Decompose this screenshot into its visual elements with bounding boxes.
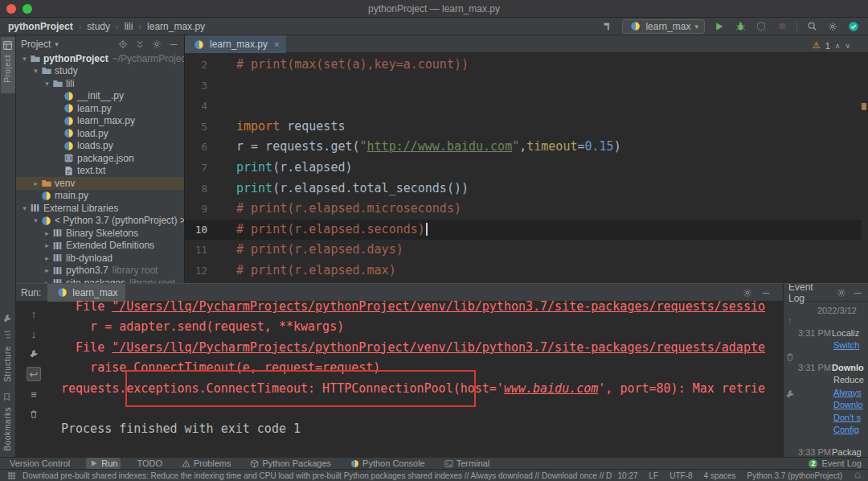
event-link[interactable]: Switch xyxy=(833,339,859,352)
clear-console-icon[interactable] xyxy=(27,407,41,421)
console-link[interactable]: "/Users/llq/PycharmProjects/pythonProjec… xyxy=(112,340,765,355)
status-grid-icon[interactable] xyxy=(6,471,16,480)
code-line-5[interactable]: 5import requests xyxy=(185,117,862,138)
event-log-scroll-up-icon[interactable]: ↑ xyxy=(783,313,797,327)
tree-item-lib-dynload[interactable]: ▸lib-dynload xyxy=(16,252,184,265)
tree-item-lili[interactable]: ▾lili xyxy=(16,77,184,90)
collapse-all-icon[interactable] xyxy=(134,39,145,50)
console-line[interactable]: r = adapter.send(request, **kwargs) xyxy=(61,317,783,337)
console-output[interactable]: File "/Users/llq/PycharmProjects/pythonP… xyxy=(51,297,783,457)
inspection-widget[interactable]: ⚠ 1 ∧ ∨ xyxy=(808,39,855,51)
chevron-open-icon[interactable]: ▾ xyxy=(31,67,41,75)
tree-item-pythonproject[interactable]: ▾pythonProject~/PycharmProjects/p xyxy=(16,52,184,65)
run-button[interactable] xyxy=(713,20,726,33)
sidebar-item-project[interactable]: Project xyxy=(3,55,12,83)
tree-item-site-packages[interactable]: ▸site-packageslibrary root xyxy=(16,277,184,283)
panel-settings-gear-icon[interactable] xyxy=(151,39,162,50)
prev-warning-icon[interactable]: ∧ xyxy=(835,42,841,50)
run-wrench-icon[interactable] xyxy=(27,347,41,361)
project-panel-title[interactable]: Project xyxy=(21,39,51,50)
sidebar-item-structure[interactable]: Structure xyxy=(3,346,12,382)
chevron-closed-icon[interactable]: ▸ xyxy=(42,266,52,274)
next-warning-icon[interactable]: ∨ xyxy=(845,42,850,50)
run-configuration-select[interactable]: learn_max ▾ xyxy=(622,19,705,34)
toolwindow-button-problems[interactable]: Problems xyxy=(178,458,234,469)
console-link[interactable]: "/Users/llq/PycharmProjects/pythonProjec… xyxy=(112,299,765,314)
tree-item-python3-7[interactable]: ▸python3.7library root xyxy=(16,265,184,278)
locate-file-icon[interactable] xyxy=(117,39,129,50)
event-link[interactable]: Downlo xyxy=(833,399,863,412)
console-link[interactable]: www.baidu.com xyxy=(504,381,598,396)
event-link[interactable]: Config xyxy=(833,424,859,437)
tree-item-external-libraries[interactable]: ▾External Libraries xyxy=(16,202,184,215)
console-line[interactable]: Process finished with exit code 1 xyxy=(61,419,783,439)
sidebar-item-bookmarks[interactable]: Bookmarks xyxy=(3,407,12,451)
soft-wrap-icon[interactable]: ↩ xyxy=(27,367,41,381)
breadcrumb-study[interactable]: study xyxy=(87,21,110,32)
breadcrumb-pythonproject[interactable]: pythonProject xyxy=(8,21,73,32)
console-line[interactable]: raise ConnectTimeout(e, request=request) xyxy=(61,358,783,378)
debug-button[interactable] xyxy=(734,20,747,33)
toolwindow-button-version-control[interactable]: Version Control xyxy=(6,458,73,469)
error-stripe-mark[interactable] xyxy=(862,103,866,110)
console-line[interactable]: requests.exceptions.ConnectTimeout: HTTP… xyxy=(61,379,783,399)
code-line-6[interactable]: 6r = requests.get("http://www.baidu.com"… xyxy=(185,137,862,158)
code-line-9[interactable]: 9# print(r.elapsed.microseconds) xyxy=(185,199,862,220)
build-icon[interactable] xyxy=(601,20,614,33)
coverage-icon[interactable] xyxy=(755,20,768,33)
tree-item-package-json[interactable]: package.json xyxy=(16,152,184,165)
line-separator[interactable]: LF xyxy=(649,471,659,480)
console-line[interactable]: File "/Users/llq/PycharmProjects/pythonP… xyxy=(61,297,783,317)
code-area[interactable]: 2# print(max(set(a),key=a.count))345impo… xyxy=(185,53,862,283)
tree-item-study[interactable]: ▾study xyxy=(16,65,184,78)
caret-position[interactable]: 10:27 xyxy=(618,471,638,480)
tab-learn-max[interactable]: learn_max.py × xyxy=(185,35,286,53)
event-log-gear-icon[interactable] xyxy=(836,287,847,298)
tree-item-binary-skeletons[interactable]: ▸Binary Skeletons xyxy=(16,227,184,240)
close-window-button[interactable] xyxy=(6,4,16,14)
console-line[interactable] xyxy=(61,399,783,419)
chevron-open-icon[interactable]: ▾ xyxy=(42,80,52,88)
search-everywhere-icon[interactable] xyxy=(805,20,818,33)
event-log-button[interactable]: 2 Event Log xyxy=(809,458,862,468)
code-line-3[interactable]: 3 xyxy=(185,76,862,97)
tree-item-venv[interactable]: ▸venv xyxy=(16,177,184,190)
stop-button[interactable] xyxy=(776,20,788,33)
code-line-12[interactable]: 12# print(r.elapsed.max) xyxy=(185,261,862,282)
close-tab-icon[interactable]: × xyxy=(274,39,279,49)
tree-item-python-3-7-pythonproject[interactable]: ▾< Python 3.7 (pythonProject) >/U xyxy=(16,215,184,228)
project-tool-icon[interactable] xyxy=(2,40,14,51)
code-line-8[interactable]: 8print(r.elapsed.total_seconds()) xyxy=(185,179,862,199)
chevron-closed-icon[interactable]: ▸ xyxy=(42,241,52,249)
chevron-open-icon[interactable]: ▾ xyxy=(19,204,30,212)
code-line-4[interactable]: 4 xyxy=(185,96,862,117)
tree-item-learn-py[interactable]: learn.py xyxy=(16,102,184,115)
scroll-to-end-icon[interactable]: ≡ xyxy=(27,387,41,401)
hide-panel-icon[interactable]: ─ xyxy=(168,39,179,50)
settings-gear-icon[interactable] xyxy=(826,20,839,33)
chevron-open-icon[interactable]: ▾ xyxy=(19,55,30,63)
chevron-closed-icon[interactable]: ▸ xyxy=(42,229,52,237)
indent-setting[interactable]: 4 spaces xyxy=(704,471,736,480)
toolwindow-button-terminal[interactable]: Terminal xyxy=(441,458,493,469)
tree-item-extended-definitions[interactable]: ▸Extended Definitions xyxy=(16,240,184,253)
event-log-clear-icon[interactable] xyxy=(783,350,797,364)
toolwindow-button-python-packages[interactable]: Python Packages xyxy=(247,458,334,469)
step-down-icon[interactable]: ↓ xyxy=(27,327,41,341)
code-line-7[interactable]: 7print(r.elapsed) xyxy=(185,158,862,179)
chevron-open-icon[interactable]: ▾ xyxy=(31,216,41,224)
tree-item-load-py[interactable]: load.py xyxy=(16,127,184,140)
tree-item-loads-py[interactable]: loads.py xyxy=(16,140,184,153)
code-line-2[interactable]: 2# print(max(set(a),key=a.count)) xyxy=(185,55,862,76)
breadcrumb-lili[interactable]: lili xyxy=(125,21,133,32)
code-with-me-icon[interactable] xyxy=(847,20,860,33)
interpreter-setting[interactable]: Python 3.7 (pythonProject) xyxy=(747,471,842,480)
status-message[interactable]: Download pre-built shared indexes: Reduc… xyxy=(23,471,612,480)
toolwindow-button-python-console[interactable]: Python Console xyxy=(347,458,428,469)
code-line-11[interactable]: 11# print(r.elapsed.days) xyxy=(185,240,862,261)
event-log-wrench-icon[interactable] xyxy=(783,387,797,401)
notifications-bell-icon[interactable] xyxy=(854,471,862,479)
structure-tool-icon[interactable] xyxy=(2,330,14,341)
chevron-closed-icon[interactable]: ▸ xyxy=(31,179,41,187)
chevron-down-icon[interactable]: ▾ xyxy=(55,40,59,48)
